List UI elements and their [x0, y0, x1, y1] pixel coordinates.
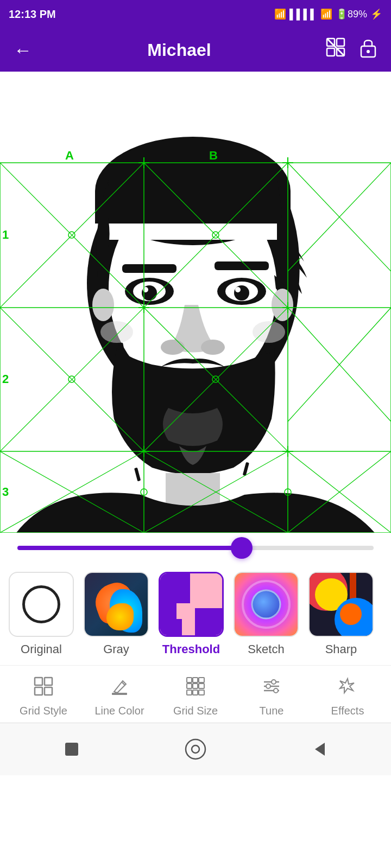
grid-style-icon: [34, 676, 53, 700]
svg-point-24: [201, 340, 225, 355]
bottom-toolbar: Grid Style Line Color: [0, 665, 391, 723]
svg-point-106: [192, 745, 199, 753]
svg-rect-95: [187, 690, 192, 695]
status-time: 12:13 PM: [9, 8, 56, 21]
svg-rect-97: [199, 690, 204, 695]
back-button[interactable]: ←: [11, 40, 35, 61]
app-header: ← Michael: [0, 28, 391, 72]
toolbar-grid-size[interactable]: Grid Size: [168, 676, 223, 717]
filter-label-original: Original: [21, 642, 62, 656]
wifi-icon: 📶: [320, 8, 332, 20]
svg-rect-1: [337, 39, 344, 46]
svg-point-30: [272, 289, 293, 321]
toolbar-tune[interactable]: Tune: [244, 676, 299, 717]
filters-section: Original Gray: [0, 563, 391, 665]
filter-threshold[interactable]: Threshold: [159, 572, 224, 656]
line-color-icon: [110, 676, 129, 700]
svg-rect-14: [215, 261, 269, 270]
status-bar: 12:13 PM 📶 ▌▌▌▌ 📶 🔋89% ⚡: [0, 0, 391, 28]
sharp-bg: [310, 573, 373, 636]
svg-point-22: [235, 287, 241, 292]
filter-label-sketch: Sketch: [248, 642, 284, 656]
slider-thumb[interactable]: [231, 537, 253, 559]
slider-area: [0, 533, 391, 563]
svg-line-4: [327, 39, 344, 55]
thresh-block-1: [160, 573, 190, 603]
toolbar-label-grid-style: Grid Style: [20, 705, 67, 717]
svg-point-27: [100, 321, 133, 343]
svg-text:3: 3: [2, 485, 9, 499]
filter-thumb-gray: [84, 572, 149, 637]
canvas-area[interactable]: A B 1 2 3: [0, 72, 391, 533]
filter-thumb-original: [9, 572, 74, 637]
svg-text:1: 1: [2, 228, 9, 241]
header-actions: [324, 37, 380, 62]
toolbar-label-line-color: Line Color: [94, 705, 144, 717]
svg-rect-87: [45, 687, 52, 695]
nav-back-button[interactable]: [303, 733, 336, 765]
svg-point-29: [92, 289, 114, 321]
svg-rect-11: [95, 191, 291, 224]
signal-icon: ▌▌▌▌: [289, 9, 317, 20]
toolbar-line-color[interactable]: Line Color: [92, 676, 147, 717]
sharp-arc4: [340, 603, 362, 625]
svg-point-6: [367, 50, 370, 53]
toolbar-effects[interactable]: Effects: [320, 676, 375, 717]
threshold-bg: [160, 573, 222, 635]
tune-icon: [262, 676, 281, 700]
svg-point-103: [274, 688, 278, 693]
filter-thumb-sharp: [308, 572, 374, 637]
filter-gray[interactable]: Gray: [84, 572, 149, 656]
grid-toggle-button[interactable]: [324, 37, 348, 62]
svg-text:2: 2: [2, 372, 9, 386]
blob-yellow: [106, 603, 134, 630]
toolbar-grid-style[interactable]: Grid Style: [16, 676, 71, 717]
thresh-block-4: [195, 608, 222, 635]
nav-bar: [0, 723, 391, 775]
filter-sharp[interactable]: Sharp: [308, 572, 374, 656]
svg-rect-91: [199, 678, 204, 682]
svg-point-28: [253, 321, 285, 343]
status-icons: 📶 ▌▌▌▌ 📶 🔋89% ⚡: [274, 8, 382, 20]
svg-rect-13: [122, 264, 176, 273]
svg-rect-90: [193, 678, 198, 682]
thresh-block-3: [176, 603, 190, 617]
charging-icon: ⚡: [370, 8, 382, 20]
bluetooth-icon: 📶: [274, 8, 286, 20]
filter-sketch[interactable]: Sketch: [234, 572, 299, 656]
svg-rect-92: [187, 684, 192, 688]
svg-rect-12: [109, 224, 277, 240]
toolbar-label-effects: Effects: [331, 705, 364, 717]
lock-button[interactable]: [356, 37, 380, 62]
svg-rect-84: [35, 678, 42, 685]
thresh-block-5: [160, 619, 182, 635]
toolbar-label-tune: Tune: [260, 705, 284, 717]
filter-label-gray: Gray: [103, 642, 129, 656]
nav-home-button[interactable]: [179, 733, 212, 765]
page-title: Michael: [35, 40, 324, 60]
slider-track[interactable]: [17, 546, 374, 550]
svg-point-23: [161, 340, 185, 355]
svg-rect-2: [327, 48, 335, 56]
filters-scroll: Original Gray: [9, 572, 382, 661]
filter-thumb-threshold: [159, 572, 224, 637]
portrait-image: A B 1 2 3: [0, 72, 391, 533]
effects-icon: [338, 676, 357, 700]
sketch-bg: [235, 573, 298, 636]
svg-rect-86: [35, 687, 42, 695]
svg-rect-93: [193, 684, 198, 688]
svg-text:B: B: [209, 149, 218, 162]
svg-rect-96: [193, 690, 198, 695]
svg-text:A: A: [65, 149, 74, 162]
svg-rect-85: [45, 678, 52, 685]
thresh-block-2: [160, 603, 176, 620]
svg-point-101: [272, 680, 276, 684]
toolbar-label-grid-size: Grid Size: [173, 705, 218, 717]
svg-rect-94: [199, 684, 204, 688]
filter-original[interactable]: Original: [9, 572, 74, 656]
svg-rect-88: [112, 693, 127, 695]
filter-label-sharp: Sharp: [325, 642, 357, 656]
nav-stop-button[interactable]: [55, 733, 88, 765]
grid-size-icon: [186, 676, 205, 700]
svg-point-105: [186, 739, 205, 759]
